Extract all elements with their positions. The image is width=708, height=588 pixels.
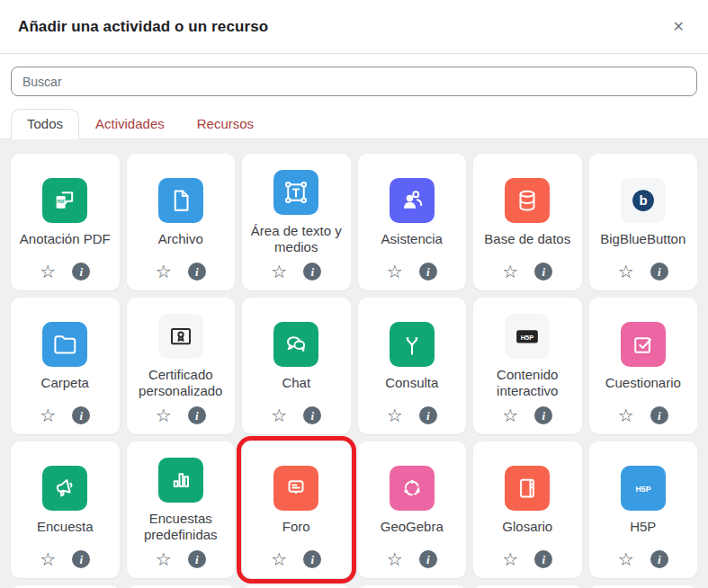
info-icon[interactable]: i: [188, 550, 206, 568]
dialog-content: PDF Anotación PDF ☆ i Archivo ☆ i Área d…: [0, 139, 708, 588]
activity-label: Contenido interactivo: [477, 367, 578, 399]
activity-card-archivo[interactable]: Archivo ☆ i: [127, 154, 236, 290]
h5p-icon: H5P: [621, 466, 666, 511]
activity-label: Archivo: [157, 231, 205, 247]
info-icon[interactable]: i: [303, 263, 321, 281]
favourite-star-icon[interactable]: ☆: [271, 550, 287, 568]
h5p-content-icon: H5P: [505, 314, 550, 359]
info-icon[interactable]: i: [188, 406, 206, 424]
chat-icon: [273, 322, 318, 367]
add-activity-dialog: Añadir una actividad o un recurso ✕ Todo…: [0, 0, 708, 588]
favourite-star-icon[interactable]: ☆: [40, 406, 56, 424]
activity-card-chat[interactable]: Chat ☆ i: [242, 298, 351, 434]
tab-todos[interactable]: Todos: [11, 109, 79, 139]
activity-card-contenido-interactivo[interactable]: H5P Contenido interactivo ☆ i: [473, 298, 582, 434]
info-icon[interactable]: i: [650, 263, 668, 281]
activity-card-glosario[interactable]: Glosario ☆ i: [473, 441, 582, 578]
close-icon[interactable]: ✕: [668, 16, 690, 38]
pdf-annotation-icon: PDF: [42, 178, 87, 223]
favourite-star-icon[interactable]: ☆: [387, 406, 403, 424]
activity-label: Consulta: [383, 375, 440, 391]
activity-card-consulta[interactable]: Consulta ☆ i: [358, 298, 467, 434]
activity-label: Cuestionario: [604, 375, 683, 391]
favourite-star-icon[interactable]: ☆: [387, 263, 403, 281]
favourite-star-icon[interactable]: ☆: [156, 406, 172, 424]
activity-label: H5P: [628, 519, 658, 535]
tab-bar: Todos Actividades Recursos: [0, 109, 708, 139]
favourite-star-icon[interactable]: ☆: [618, 406, 634, 424]
info-icon[interactable]: i: [419, 550, 437, 568]
activity-card-area-de-texto-y-medios[interactable]: Área de texto y medios ☆ i: [242, 154, 351, 290]
choice-icon: [390, 322, 435, 367]
geogebra-icon: [390, 466, 435, 511]
activity-card-asistencia[interactable]: Asistencia ☆ i: [358, 154, 467, 290]
info-icon[interactable]: i: [188, 263, 206, 281]
info-icon[interactable]: i: [72, 406, 90, 424]
favourite-star-icon[interactable]: ☆: [40, 263, 56, 281]
activity-label: Foro: [281, 519, 312, 535]
info-icon[interactable]: i: [650, 550, 668, 568]
feedback-icon: [158, 458, 203, 503]
info-icon[interactable]: i: [650, 406, 668, 424]
activity-card-base-de-datos[interactable]: Base de datos ☆ i: [473, 154, 582, 290]
tab-actividades[interactable]: Actividades: [79, 109, 181, 138]
survey-icon: [42, 466, 87, 511]
info-icon[interactable]: i: [419, 406, 437, 424]
dialog-title: Añadir una actividad o un recurso: [18, 18, 268, 36]
text-media-icon: [273, 170, 318, 215]
activity-label: Carpeta: [40, 375, 91, 391]
activity-label: GeoGebra: [379, 519, 445, 535]
activity-card-carpeta[interactable]: Carpeta ☆ i: [11, 298, 120, 434]
favourite-star-icon[interactable]: ☆: [271, 406, 287, 424]
activity-card-encuesta[interactable]: Encuesta ☆ i: [11, 441, 120, 578]
svg-text:PDF: PDF: [57, 200, 65, 204]
info-icon[interactable]: i: [534, 406, 552, 424]
search-input[interactable]: [11, 67, 697, 96]
favourite-star-icon[interactable]: ☆: [502, 406, 518, 424]
database-icon: [505, 178, 550, 223]
info-icon[interactable]: i: [419, 263, 437, 281]
dialog-header: Añadir una actividad o un recurso ✕: [0, 0, 708, 54]
search-section: [0, 54, 708, 109]
activity-label: BigBlueButton: [598, 231, 687, 247]
activity-card-geogebra[interactable]: GeoGebra ☆ i: [358, 441, 467, 578]
activity-grid: PDF Anotación PDF ☆ i Archivo ☆ i Área d…: [11, 154, 697, 588]
forum-icon: [273, 466, 318, 511]
bigbluebutton-icon: b: [621, 178, 666, 223]
activity-card-certificado-personalizado[interactable]: Certificado personalizado ☆ i: [127, 298, 236, 434]
activity-label: Base de datos: [482, 231, 572, 247]
activity-label: Encuestas predefinidas: [130, 511, 232, 543]
certificate-icon: [158, 314, 203, 359]
activity-card-bigbluebutton[interactable]: b BigBlueButton ☆ i: [589, 154, 698, 290]
favourite-star-icon[interactable]: ☆: [502, 263, 518, 281]
activity-card-h5p[interactable]: H5P H5P ☆ i: [589, 441, 698, 578]
favourite-star-icon[interactable]: ☆: [502, 550, 518, 568]
quiz-icon: [621, 322, 666, 367]
info-icon[interactable]: i: [72, 550, 90, 568]
file-icon: [158, 178, 203, 223]
favourite-star-icon[interactable]: ☆: [271, 263, 287, 281]
info-icon[interactable]: i: [534, 550, 552, 568]
favourite-star-icon[interactable]: ☆: [618, 263, 634, 281]
activity-card-anotacion-pdf[interactable]: PDF Anotación PDF ☆ i: [11, 154, 120, 290]
folder-icon: [42, 322, 87, 367]
favourite-star-icon[interactable]: ☆: [156, 263, 172, 281]
tab-recursos[interactable]: Recursos: [181, 109, 270, 138]
favourite-star-icon[interactable]: ☆: [40, 550, 56, 568]
favourite-star-icon[interactable]: ☆: [618, 550, 634, 568]
activity-card-encuestas-predefinidas[interactable]: Encuestas predefinidas ☆ i: [127, 441, 236, 578]
info-icon[interactable]: i: [303, 550, 321, 568]
activity-label: Certificado personalizado: [130, 367, 232, 399]
info-icon[interactable]: i: [72, 263, 90, 281]
activity-card-cuestionario[interactable]: Cuestionario ☆ i: [589, 298, 698, 434]
info-icon[interactable]: i: [303, 406, 321, 424]
svg-text:b: b: [639, 192, 647, 208]
favourite-star-icon[interactable]: ☆: [387, 550, 403, 568]
info-icon[interactable]: i: [534, 263, 552, 281]
svg-text:H5P: H5P: [635, 484, 650, 493]
favourite-star-icon[interactable]: ☆: [156, 550, 172, 568]
activity-label: Glosario: [500, 519, 554, 535]
activity-label: Asistencia: [380, 231, 444, 247]
activity-card-foro[interactable]: Foro ☆ i: [242, 441, 351, 578]
activity-label: Anotación PDF: [18, 231, 112, 247]
